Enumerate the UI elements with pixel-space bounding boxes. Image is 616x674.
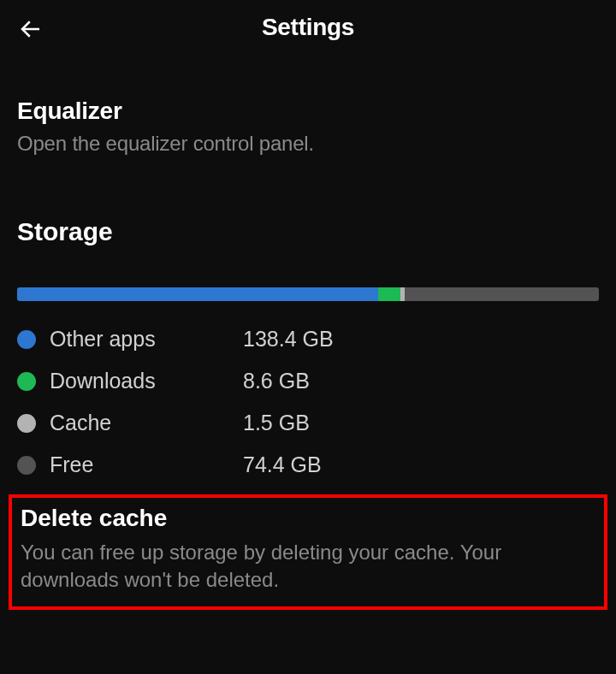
header-bar: Settings	[0, 0, 616, 58]
equalizer-subtitle: Open the equalizer control panel.	[17, 132, 599, 156]
storage-legend: Other apps 138.4 GB Downloads 8.6 GB Cac…	[17, 327, 599, 477]
legend-dot-free	[17, 456, 36, 475]
legend-value-other-apps: 138.4 GB	[243, 327, 334, 352]
delete-cache-subtitle: You can free up storage by deleting your…	[21, 539, 595, 594]
legend-row-free: Free 74.4 GB	[17, 452, 599, 477]
storage-bar-free	[405, 287, 599, 301]
equalizer-item[interactable]: Equalizer Open the equalizer control pan…	[0, 98, 616, 156]
legend-label-other-apps: Other apps	[50, 327, 243, 352]
storage-heading: Storage	[17, 217, 599, 246]
legend-row-downloads: Downloads 8.6 GB	[17, 369, 599, 393]
legend-label-downloads: Downloads	[50, 369, 243, 393]
storage-section: Storage Other apps 138.4 GB Downloads 8.…	[0, 217, 616, 477]
storage-bar-downloads	[378, 287, 400, 301]
equalizer-title: Equalizer	[17, 98, 599, 125]
legend-dot-other-apps	[17, 330, 36, 349]
delete-cache-title: Delete cache	[21, 505, 595, 532]
legend-row-cache: Cache 1.5 GB	[17, 411, 599, 435]
legend-value-downloads: 8.6 GB	[243, 369, 310, 393]
storage-bar-other-apps	[17, 287, 378, 301]
legend-label-cache: Cache	[50, 411, 243, 435]
legend-label-free: Free	[50, 452, 243, 477]
legend-value-free: 74.4 GB	[243, 452, 322, 477]
back-button[interactable]	[17, 15, 44, 43]
back-arrow-icon	[18, 16, 44, 42]
legend-row-other-apps: Other apps 138.4 GB	[17, 327, 599, 352]
delete-cache-item[interactable]: Delete cache You can free up storage by …	[9, 494, 607, 610]
legend-value-cache: 1.5 GB	[243, 411, 310, 435]
storage-usage-bar	[17, 287, 599, 301]
legend-dot-downloads	[17, 372, 36, 391]
legend-dot-cache	[17, 414, 36, 433]
page-title: Settings	[17, 14, 599, 41]
